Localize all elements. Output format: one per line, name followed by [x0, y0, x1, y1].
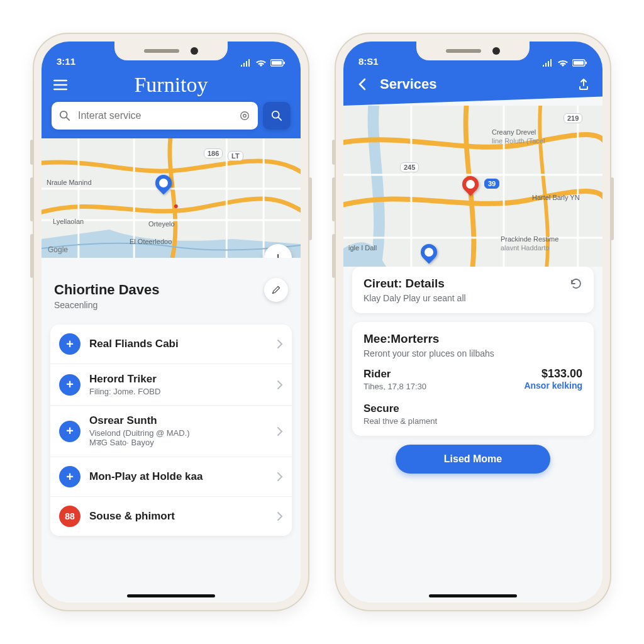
side-button: [30, 177, 34, 221]
battery-icon: [572, 59, 587, 67]
svg-point-3: [60, 111, 67, 118]
svg-rect-2: [284, 62, 285, 64]
pencil-icon: [271, 285, 281, 295]
chevron-left-icon: [358, 78, 367, 91]
menu-button[interactable]: [50, 75, 70, 95]
plus-icon: +: [59, 374, 80, 396]
signal-icon: [240, 59, 252, 67]
phone-left: 3:11 Furnitoy: [33, 33, 309, 611]
side-button: [610, 177, 614, 240]
map-label: Lyellaolan: [53, 218, 84, 225]
chevron-right-icon: [277, 511, 283, 521]
primary-cta[interactable]: Lised Mome: [396, 445, 550, 474]
list-item-subtitle: Viselond (Duitring @ MAD.) MडG Sato· Bay…: [89, 428, 268, 448]
svg-rect-11: [586, 62, 587, 64]
map-badge: LT: [228, 151, 243, 161]
plus-icon: +: [59, 333, 80, 355]
list-item[interactable]: + Mon-Play at Holde kaa: [50, 457, 292, 497]
signal-icon: [542, 59, 553, 67]
price-link[interactable]: Ansor kelking: [524, 380, 582, 391]
menu-icon: [53, 79, 67, 91]
map-label: Orteyelo: [148, 220, 175, 228]
phone-right: 8:S1 Services: [335, 33, 611, 611]
svg-point-8: [174, 204, 178, 208]
list-item[interactable]: + Real Fliands Cabi: [50, 325, 292, 364]
details-card: Cireut: Details Klay Daly Play ur seant …: [352, 267, 594, 313]
side-button: [308, 177, 312, 240]
list-item-title: Osrear Sunth: [89, 414, 268, 427]
price-label: Rider: [364, 368, 426, 380]
map-badge: 219: [564, 113, 582, 123]
map-pin[interactable]: [155, 175, 172, 191]
map-label: Creany Drevel: [492, 128, 536, 136]
wifi-icon: [255, 59, 267, 67]
results-sheet: Chiortine Daves Seacenling + Real Fliand…: [42, 258, 301, 602]
secure-label: Secure: [364, 402, 582, 415]
chevron-right-icon: [277, 426, 283, 436]
upload-icon: [578, 78, 589, 91]
app-header: Furnitoy: [42, 69, 301, 138]
notch: [416, 42, 530, 60]
card-title: Mee:Morterrs: [364, 332, 439, 346]
map-pin[interactable]: [462, 176, 479, 192]
list-item-title: Herord Triker: [89, 373, 268, 386]
home-indicator: [429, 594, 517, 597]
map-label: Hartel Barly YN: [532, 194, 580, 201]
back-button[interactable]: [352, 74, 372, 94]
search-field[interactable]: [52, 102, 258, 130]
search-icon: [271, 110, 282, 121]
notch: [114, 42, 228, 60]
plus-icon: +: [273, 248, 282, 258]
side-button: [332, 140, 336, 165]
search-icon: [59, 110, 70, 121]
chevron-right-icon: [277, 472, 283, 482]
list-item-title: Souse & phimort: [89, 510, 268, 523]
plus-icon: +: [59, 421, 80, 442]
side-button: [332, 234, 336, 278]
status-icons: [542, 59, 587, 67]
wifi-icon: [557, 59, 569, 67]
battery-icon: [270, 59, 286, 67]
card-subtitle: Reront your stor pluces on lilbahs: [364, 348, 582, 358]
app-header: Services: [343, 69, 602, 106]
list-item-title: Real Fliands Cabi: [89, 338, 268, 350]
edit-button[interactable]: [264, 278, 288, 302]
badge-count: 88: [59, 506, 80, 527]
search-button[interactable]: [263, 102, 291, 130]
home-indicator: [127, 594, 215, 597]
map-badge: 245: [400, 162, 419, 172]
map-label: El Oteerledoo: [130, 238, 172, 245]
list-item[interactable]: + Osrear SunthViselond (Duitring @ MAD.)…: [50, 406, 292, 457]
pricing-card: Mee:Morterrs Reront your stor pluces on …: [352, 322, 594, 436]
list-item[interactable]: + Herord TrikerFiling: Jome. FOBD: [50, 364, 292, 406]
map-pin[interactable]: [421, 244, 437, 260]
header-title: Services: [380, 76, 566, 92]
card-title: Cireut: Details: [364, 277, 445, 291]
map-view[interactable]: Nraule Manind Lyellaolan Orteyelo El Ote…: [42, 138, 301, 258]
card-subtitle: Klay Daly Play ur seant all: [364, 293, 582, 303]
chevron-right-icon: [277, 380, 283, 390]
list-item-title: Mon-Play at Holde kaa: [89, 470, 268, 483]
section-title: Chiortine Daves: [54, 282, 258, 298]
target-icon[interactable]: [239, 110, 250, 121]
map-label: line Roluth (Tacel: [492, 137, 545, 145]
map-view[interactable]: Creany Drevel line Roluth (Tacel Hartel …: [343, 106, 602, 294]
svg-rect-10: [574, 61, 584, 65]
map-badge: 39: [484, 179, 499, 189]
map-label: alavnt Haddarto: [501, 244, 550, 252]
map-attribution: Gogle: [48, 245, 68, 254]
secure-meta: Real thve & plament: [364, 416, 582, 426]
side-button: [30, 140, 34, 165]
results-list: + Real Fliands Cabi + Herord TrikerFilin…: [50, 325, 292, 536]
svg-point-5: [243, 114, 247, 118]
upload-button[interactable]: [574, 74, 594, 94]
section-subtitle: Seacenling: [54, 300, 97, 310]
details-sheet: Cireut: Details Klay Daly Play ur seant …: [343, 267, 602, 602]
map-label: igle I Dall: [348, 244, 377, 252]
list-item[interactable]: 88 Souse & phimort: [50, 497, 292, 536]
side-button: [332, 177, 336, 221]
search-input[interactable]: [77, 109, 233, 122]
svg-rect-1: [272, 61, 282, 65]
refresh-icon[interactable]: [570, 277, 582, 290]
plus-icon: +: [59, 466, 80, 487]
